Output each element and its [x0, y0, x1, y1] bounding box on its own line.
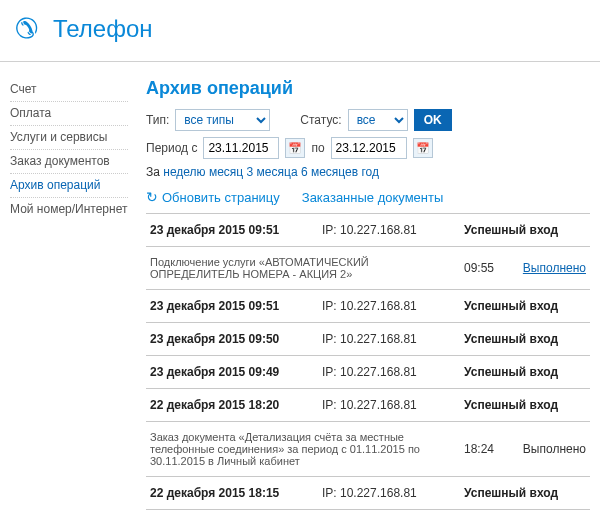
operations-list: 23 декабря 2015 09:51IP: 10.227.168.81Ус… — [146, 213, 590, 512]
main: Архив операций Тип: все типы Статус: все… — [128, 78, 590, 512]
operation-date: 22 декабря 2015 18:20 — [150, 398, 320, 412]
period-link[interactable]: неделю — [163, 165, 205, 179]
period-link[interactable]: месяц — [209, 165, 243, 179]
operation-result: Выполнено — [506, 256, 586, 280]
operation-row: 23 декабря 2015 09:50IP: 10.227.168.81Ус… — [146, 322, 590, 355]
sidebar-item[interactable]: Мой номер/Интернет — [10, 198, 128, 221]
operation-status: Успешный вход — [464, 486, 586, 500]
ok-button[interactable]: OK — [414, 109, 452, 131]
operation-description: Подключение услуги «АВТОМАТИЧЕСКИЙ ОПРЕД… — [150, 256, 452, 280]
operation-ip: IP: 10.227.168.81 — [322, 299, 462, 313]
date-to-input[interactable] — [331, 137, 407, 159]
calendar-icon-to[interactable]: 📅 — [413, 138, 433, 158]
calendar-icon-from[interactable]: 📅 — [285, 138, 305, 158]
operation-row: 22 декабря 2015 18:15IP: 10.227.168.81Ус… — [146, 476, 590, 509]
operation-row: 23 декабря 2015 09:51IP: 10.227.168.81Ус… — [146, 289, 590, 322]
operation-time: 09:55 — [454, 256, 504, 280]
sidebar-item[interactable]: Счет — [10, 78, 128, 102]
operation-time: 18:24 — [454, 431, 504, 467]
operation-ip: IP: 10.227.168.81 — [322, 365, 462, 379]
action-links-row: ↻ Обновить страницу Заказанные документы — [146, 189, 590, 205]
sidebar-item[interactable]: Оплата — [10, 102, 128, 126]
operation-row: 22 декабря 2015 18:20IP: 10.227.168.81Ус… — [146, 388, 590, 421]
period-quick-links: За неделю месяц 3 месяца 6 месяцев год — [146, 165, 590, 179]
operation-description: Заказ документа «Детализация счёта за ме… — [150, 431, 452, 467]
sidebar-item[interactable]: Заказ документов — [10, 150, 128, 174]
operation-result: Выполнено — [506, 431, 586, 467]
operation-status: Успешный вход — [464, 365, 586, 379]
period-link[interactable]: 3 месяца — [247, 165, 298, 179]
operation-row: 23 декабря 2015 09:49IP: 10.227.168.81Ус… — [146, 355, 590, 388]
operation-ip: IP: 10.227.168.81 — [322, 223, 462, 237]
date-from-input[interactable] — [203, 137, 279, 159]
operation-date: 22 декабря 2015 18:15 — [150, 486, 320, 500]
ordered-documents-link[interactable]: Заказанные документы — [302, 190, 444, 205]
refresh-icon: ↻ — [146, 189, 158, 205]
filter-row-period: Период с 📅 по 📅 — [146, 137, 590, 159]
period-to-label: по — [311, 141, 324, 155]
operation-row: Заказ документа «Детализация счёта за ме… — [146, 421, 590, 476]
operation-ip: IP: 10.227.168.81 — [322, 332, 462, 346]
operation-row: Подключение услуги «АВТОМАТИЧЕСКИЙ ОПРЕД… — [146, 246, 590, 289]
refresh-link[interactable]: Обновить страницу — [162, 190, 280, 205]
operation-status: Успешный вход — [464, 332, 586, 346]
type-label: Тип: — [146, 113, 169, 127]
operation-ip: IP: 10.227.168.81 — [322, 486, 462, 500]
operation-status: Успешный вход — [464, 223, 586, 237]
page-title: Телефон — [53, 15, 153, 43]
page-header: ✆ Телефон — [0, 0, 600, 62]
filter-row-type-status: Тип: все типы Статус: все OK — [146, 109, 590, 131]
refresh-block: ↻ Обновить страницу — [146, 189, 280, 205]
operation-status: Успешный вход — [464, 299, 586, 313]
content: СчетОплатаУслуги и сервисыЗаказ документ… — [0, 62, 600, 512]
period-link[interactable]: год — [361, 165, 379, 179]
period-from-label: Период с — [146, 141, 197, 155]
phone-icon: ✆ — [13, 10, 41, 46]
operation-result-link[interactable]: Выполнено — [523, 261, 586, 275]
operation-status: Успешный вход — [464, 398, 586, 412]
operation-ip: IP: 10.227.168.81 — [322, 398, 462, 412]
period-link[interactable]: 6 месяцев — [301, 165, 358, 179]
operation-date: 23 декабря 2015 09:51 — [150, 299, 320, 313]
type-select[interactable]: все типы — [175, 109, 270, 131]
operation-date: 23 декабря 2015 09:49 — [150, 365, 320, 379]
operations-heading: Архив операций — [146, 78, 590, 99]
operation-date: 23 декабря 2015 09:51 — [150, 223, 320, 237]
sidebar: СчетОплатаУслуги и сервисыЗаказ документ… — [10, 78, 128, 512]
sidebar-item[interactable]: Архив операций — [10, 174, 128, 198]
operation-date: 23 декабря 2015 09:50 — [150, 332, 320, 346]
sidebar-item[interactable]: Услуги и сервисы — [10, 126, 128, 150]
status-label: Статус: — [300, 113, 341, 127]
status-select[interactable]: все — [348, 109, 408, 131]
operation-row: 23 декабря 2015 09:51IP: 10.227.168.81Ус… — [146, 213, 590, 246]
